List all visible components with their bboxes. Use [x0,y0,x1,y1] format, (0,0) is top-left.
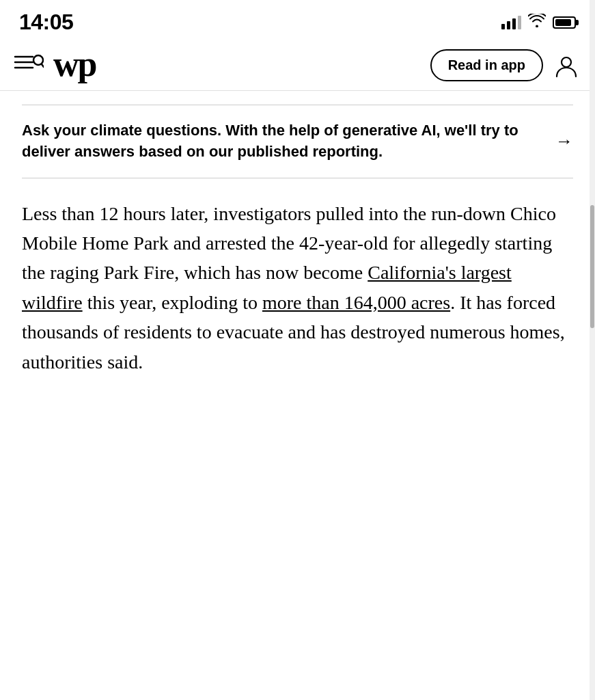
article-paragraph: Less than 12 hours later, investigators … [22,199,573,377]
scrollbar-thumb[interactable] [590,205,594,328]
menu-search-icon[interactable] [14,53,44,78]
nav-bar: wp Read in app [0,40,595,91]
scrollbar-track[interactable] [590,0,595,700]
acres-link[interactable]: more than 164,000 acres [262,292,450,313]
nav-left: wp [14,49,96,82]
status-time: 14:05 [19,10,73,35]
svg-line-4 [42,64,44,67]
nav-right: Read in app [430,49,579,81]
svg-point-5 [562,57,571,67]
status-icons [501,14,576,31]
climate-banner-text: Ask your climate questions. With the hel… [22,120,547,163]
climate-banner[interactable]: Ask your climate questions. With the hel… [22,105,573,178]
status-bar: 14:05 [0,0,595,40]
main-content: Ask your climate questions. With the hel… [0,105,595,377]
battery-icon [553,16,576,29]
wp-logo[interactable]: wp [53,49,96,82]
climate-arrow: → [555,131,573,152]
wifi-icon [528,14,546,31]
article-text-mid: this year, exploding to [83,292,262,313]
article-body: Less than 12 hours later, investigators … [22,199,573,377]
signal-icon [501,16,521,29]
account-icon[interactable] [554,53,579,78]
read-in-app-button[interactable]: Read in app [430,49,543,81]
